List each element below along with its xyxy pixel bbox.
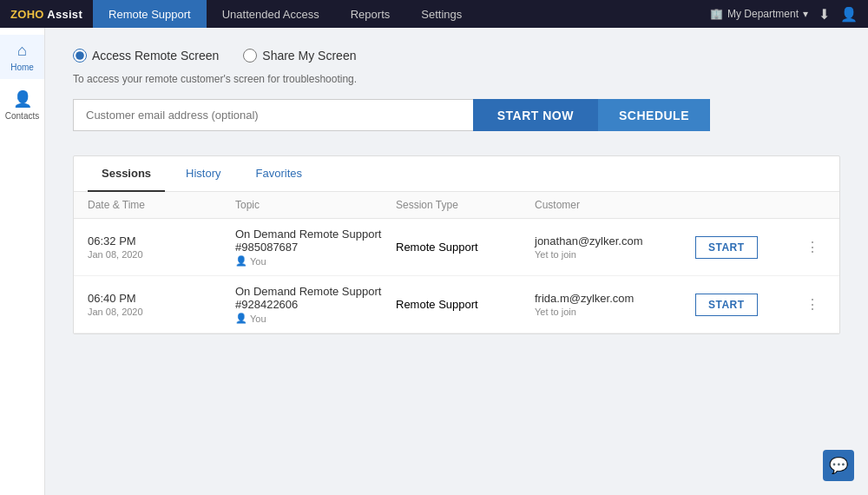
topic-sub-1: 👤 You xyxy=(235,255,396,267)
building-icon: 🏢 xyxy=(710,8,723,20)
contacts-icon: 👤 xyxy=(13,89,32,109)
download-button[interactable]: ⬇ xyxy=(819,6,830,23)
more-options-2[interactable]: ⋮ xyxy=(799,296,825,313)
logo: ZOHO Assist xyxy=(10,8,82,21)
table-row: 06:32 PM Jan 08, 2020 On Demand Remote S… xyxy=(74,219,839,276)
col-header-customer: Customer xyxy=(535,199,695,211)
customer-status-1: Yet to join xyxy=(535,249,695,260)
main-content: Access Remote Screen Share My Screen To … xyxy=(45,28,868,495)
chat-fab-button[interactable]: 💬 xyxy=(823,450,854,481)
main-layout: ⌂ Home 👤 Contacts Access Remote Screen S… xyxy=(0,28,868,495)
nav-tabs: Remote Support Unattended Access Reports… xyxy=(93,0,700,28)
cell-customer-2: frida.m@zylker.com Yet to join xyxy=(535,292,695,317)
home-icon: ⌂ xyxy=(17,42,27,60)
time-2: 06:40 PM xyxy=(88,292,235,305)
more-options-1[interactable]: ⋮ xyxy=(799,239,825,255)
col-header-more xyxy=(799,199,825,211)
tab-history[interactable]: History xyxy=(172,156,234,192)
action-row: START NOW SCHEDULE xyxy=(73,99,710,131)
department-label: My Department xyxy=(727,8,799,20)
cell-topic-1: On Demand Remote Support #985087687 👤 Yo… xyxy=(235,228,396,267)
person-icon-1: 👤 xyxy=(235,255,247,267)
col-header-session-type: Session Type xyxy=(396,199,535,211)
cell-session-type-2: Remote Support xyxy=(396,298,535,311)
radio-share-screen-label: Share My Screen xyxy=(262,49,356,63)
nav-tab-reports[interactable]: Reports xyxy=(335,0,406,28)
sidebar-item-home-label: Home xyxy=(10,63,34,72)
email-input[interactable] xyxy=(73,99,473,131)
radio-access-remote-input[interactable] xyxy=(73,49,87,63)
sidebar-item-home[interactable]: ⌂ Home xyxy=(0,35,44,79)
table-row: 06:40 PM Jan 08, 2020 On Demand Remote S… xyxy=(74,276,839,333)
customer-email-2: frida.m@zylker.com xyxy=(535,292,695,305)
topic-name-2: On Demand Remote Support #928422606 xyxy=(235,285,396,311)
col-header-datetime: Date & Time xyxy=(88,199,235,211)
nav-tab-unattended-access[interactable]: Unattended Access xyxy=(207,0,335,28)
col-header-topic: Topic xyxy=(235,199,396,211)
top-navigation: ZOHO Assist Remote Support Unattended Ac… xyxy=(0,0,868,28)
table-header: Date & Time Topic Session Type Customer xyxy=(74,192,839,219)
user-profile-button[interactable]: 👤 xyxy=(840,6,858,23)
cell-customer-1: jonathan@zylker.com Yet to join xyxy=(535,234,695,260)
start-button-2[interactable]: START xyxy=(695,294,758,316)
subtitle-text: To access your remote customer's screen … xyxy=(73,73,840,85)
radio-share-screen-input[interactable] xyxy=(243,49,257,63)
col-header-action xyxy=(695,199,799,211)
sidebar: ⌂ Home 👤 Contacts xyxy=(0,28,45,495)
topic-sub-label-2: You xyxy=(250,314,266,324)
topic-name-1: On Demand Remote Support #985087687 xyxy=(235,228,396,254)
tab-favorites[interactable]: Favorites xyxy=(242,156,316,192)
schedule-button[interactable]: SCHEDULE xyxy=(598,99,710,131)
sessions-tabs-bar: Sessions History Favorites xyxy=(74,156,839,192)
date-2: Jan 08, 2020 xyxy=(88,307,235,317)
logo-zoho: ZOHO xyxy=(10,8,44,21)
start-now-button[interactable]: START NOW xyxy=(473,99,598,131)
cell-topic-2: On Demand Remote Support #928422606 👤 Yo… xyxy=(235,285,396,324)
nav-tab-settings[interactable]: Settings xyxy=(405,0,477,28)
radio-group: Access Remote Screen Share My Screen xyxy=(73,49,840,63)
time-1: 06:32 PM xyxy=(88,234,235,248)
sessions-card: Sessions History Favorites Date & Time T… xyxy=(73,155,840,334)
sidebar-item-contacts[interactable]: 👤 Contacts xyxy=(0,82,44,128)
cell-datetime-2: 06:40 PM Jan 08, 2020 xyxy=(88,292,235,317)
radio-share-screen[interactable]: Share My Screen xyxy=(243,49,356,63)
topic-sub-2: 👤 You xyxy=(235,313,396,324)
nav-tab-remote-support[interactable]: Remote Support xyxy=(93,0,207,28)
radio-access-remote[interactable]: Access Remote Screen xyxy=(73,49,219,63)
cell-action-2: START xyxy=(695,294,799,316)
cell-datetime-1: 06:32 PM Jan 08, 2020 xyxy=(88,234,235,260)
chat-icon: 💬 xyxy=(829,456,848,475)
chevron-down-icon: ▾ xyxy=(803,8,808,20)
customer-status-2: Yet to join xyxy=(535,307,695,317)
department-selector[interactable]: 🏢 My Department ▾ xyxy=(710,8,808,20)
tab-sessions[interactable]: Sessions xyxy=(88,156,165,192)
topic-sub-label-1: You xyxy=(250,256,266,267)
cell-session-type-1: Remote Support xyxy=(396,241,535,254)
nav-right: 🏢 My Department ▾ ⬇ 👤 xyxy=(700,6,868,23)
logo-product: Assist xyxy=(47,8,82,21)
cell-action-1: START xyxy=(695,236,799,259)
radio-access-remote-label: Access Remote Screen xyxy=(92,49,219,63)
start-button-1[interactable]: START xyxy=(695,236,758,259)
customer-email-1: jonathan@zylker.com xyxy=(535,234,695,248)
date-1: Jan 08, 2020 xyxy=(88,249,235,260)
logo-area: ZOHO Assist xyxy=(0,0,93,28)
sidebar-item-contacts-label: Contacts xyxy=(5,111,39,121)
person-icon-2: 👤 xyxy=(235,313,247,324)
